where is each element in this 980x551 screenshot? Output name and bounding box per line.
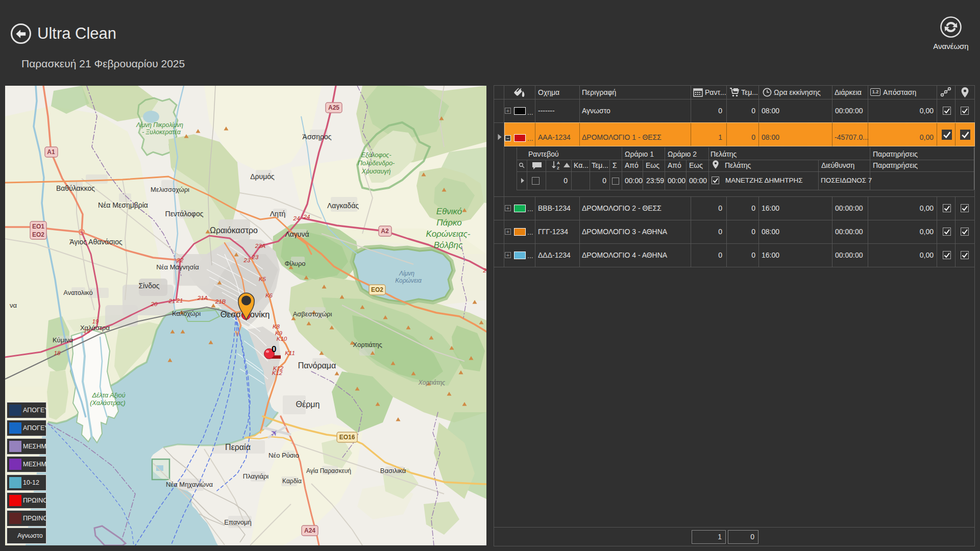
svg-text:Εξάλοφος-: Εξάλοφος- xyxy=(361,152,391,159)
svg-text:A24: A24 xyxy=(304,527,315,534)
svg-text:Εθνικό: Εθνικό xyxy=(436,207,462,216)
svg-text:- Ξυλοκερατέα: - Ξυλοκερατέα xyxy=(142,129,181,136)
svg-text:Ανατολικό: Ανατολικό xyxy=(63,289,92,296)
svg-text:Μελισσοχώρι: Μελισσοχώρι xyxy=(151,186,189,193)
svg-text:K5: K5 xyxy=(259,276,266,282)
svg-text:EO2: EO2 xyxy=(371,286,383,293)
svg-text:23A: 23A xyxy=(255,243,266,249)
svg-text:21B: 21B xyxy=(215,298,226,305)
svg-text:K12: K12 xyxy=(272,370,283,376)
svg-text:Πανόραμα: Πανόραμα xyxy=(298,361,336,370)
svg-text:24: 24 xyxy=(303,214,310,220)
svg-text:Λίμνη: Λίμνη xyxy=(399,270,414,277)
svg-text:Δέλτα Αξιού: Δέλτα Αξιού xyxy=(91,392,125,399)
svg-text:EO16: EO16 xyxy=(339,434,355,441)
svg-text:A25: A25 xyxy=(328,104,339,111)
svg-text:21: 21 xyxy=(176,297,183,304)
svg-text:K8: K8 xyxy=(273,323,280,330)
svg-text:Σίνδος: Σίνδος xyxy=(138,282,159,290)
svg-text:Νέα Μεσημβρία: Νέα Μεσημβρία xyxy=(98,201,148,209)
svg-text:Λαγκαδάς: Λαγκαδάς xyxy=(327,202,359,210)
svg-text:0: 0 xyxy=(272,344,276,354)
svg-text:23: 23 xyxy=(243,257,251,263)
svg-text:Νέα Μηχανιώνα: Νέα Μηχανιώνα xyxy=(166,481,213,488)
svg-text:Ωραιόκαστρο: Ωραιόκαστρο xyxy=(210,226,258,235)
svg-text:19: 19 xyxy=(84,328,90,334)
svg-text:19: 19 xyxy=(92,318,99,324)
svg-text:Καλοχώρι: Καλοχώρι xyxy=(172,310,201,317)
svg-text:(Χαλάστρας): (Χαλάστρας) xyxy=(90,399,125,407)
svg-text:Θέρμη: Θέρμη xyxy=(296,400,320,409)
svg-text:A1: A1 xyxy=(47,148,55,156)
svg-text:Κορώνειας-: Κορώνειας- xyxy=(426,229,471,239)
svg-text:Άσσηρος: Άσσηρος xyxy=(303,133,332,141)
svg-text:Καρδία: Καρδία xyxy=(282,478,302,485)
svg-text:20: 20 xyxy=(151,301,158,307)
svg-text:Z: Z xyxy=(557,166,559,170)
svg-text:21A: 21A xyxy=(197,295,208,301)
svg-text:Χορτιάτης: Χορτιάτης xyxy=(353,341,382,348)
svg-text:EO1: EO1 xyxy=(32,223,44,230)
svg-text:22: 22 xyxy=(177,257,184,263)
svg-text:Φίλυρο: Φίλυρο xyxy=(284,260,305,267)
svg-text:K11: K11 xyxy=(285,350,295,356)
svg-text:Περαία: Περαία xyxy=(225,443,251,452)
svg-text:Λητή: Λητή xyxy=(270,210,285,218)
svg-text:να: να xyxy=(10,302,17,309)
svg-text:Βόλβης: Βόλβης xyxy=(434,240,463,250)
svg-text:Νέο Ρύσιο: Νέο Ρύσιο xyxy=(268,452,299,459)
svg-text:Δρυμός: Δρυμός xyxy=(250,172,275,181)
svg-text:EO2: EO2 xyxy=(32,231,44,238)
svg-text:Άγιος Αθανάσιος: Άγιος Αθανάσιος xyxy=(69,238,122,246)
svg-text:Λαγυνά: Λαγυνά xyxy=(285,230,309,238)
svg-text:25: 25 xyxy=(483,267,486,273)
svg-text:K10: K10 xyxy=(277,336,287,342)
svg-text:Κύμινα: Κύμινα xyxy=(53,336,74,344)
svg-text:Πάρκο: Πάρκο xyxy=(436,218,462,228)
svg-text:Επανομή: Επανομή xyxy=(224,518,251,526)
svg-text:Βασιλικά: Βασιλικά xyxy=(380,467,406,474)
svg-text:Πολύδενδρο-: Πολύδενδρο- xyxy=(358,160,395,167)
svg-text:A2: A2 xyxy=(381,228,389,235)
svg-text:Βαθύλακκος: Βαθύλακκος xyxy=(56,184,95,192)
svg-text:23: 23 xyxy=(252,254,259,260)
svg-text:18: 18 xyxy=(54,350,61,356)
svg-text:Πεντάλοφος: Πεντάλοφος xyxy=(165,210,204,218)
svg-text:24: 24 xyxy=(293,215,300,221)
svg-text:A: A xyxy=(557,161,560,165)
svg-text:K6: K6 xyxy=(265,292,273,298)
svg-text:21: 21 xyxy=(168,298,176,304)
svg-text:Χορτιάτης: Χορτιάτης xyxy=(418,379,445,386)
svg-text:Χρυσαυγή: Χρυσαυγή xyxy=(361,168,390,175)
svg-text:Αγία Παρασκευή: Αγία Παρασκευή xyxy=(306,467,351,474)
svg-text:Πλαγιάρι: Πλαγιάρι xyxy=(243,472,269,480)
svg-text:Λίμνη Πικρολίμνη: Λίμνη Πικρολίμνη xyxy=(136,121,183,129)
svg-text:Κορώνεια: Κορώνεια xyxy=(395,277,422,284)
svg-text:Ασβεστοχώρι: Ασβεστοχώρι xyxy=(293,310,332,318)
svg-text:Νέα Μαγνησία: Νέα Μαγνησία xyxy=(156,263,199,271)
